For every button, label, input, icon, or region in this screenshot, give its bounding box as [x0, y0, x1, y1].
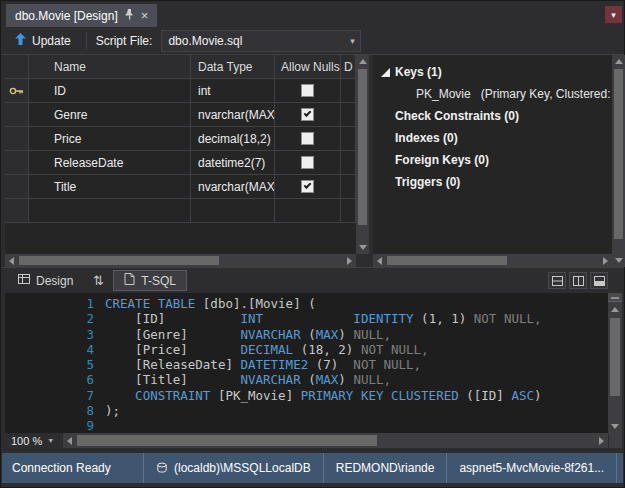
- tree-child-item[interactable]: PK_Movie (Primary Key, Clustered: I: [373, 83, 612, 105]
- allow-nulls-cell[interactable]: [275, 103, 341, 127]
- editor-split-handle[interactable]: [608, 293, 622, 302]
- scroll-down-button[interactable]: [356, 241, 369, 254]
- column-name-cell[interactable]: Title: [29, 175, 191, 199]
- scroll-up-button[interactable]: [356, 55, 369, 68]
- data-type-cell[interactable]: nvarchar(MAX): [191, 103, 275, 127]
- code-line[interactable]: 6 [Title] NVARCHAR (MAX) NULL,: [5, 372, 607, 387]
- scroll-right-button[interactable]: [599, 254, 612, 267]
- data-type-cell[interactable]: [191, 199, 275, 223]
- scrollbar-thumb[interactable]: [614, 69, 623, 239]
- pin-icon[interactable]: [125, 8, 134, 23]
- allow-nulls-checkbox[interactable]: [301, 180, 314, 193]
- swap-panes-icon[interactable]: ⇅: [87, 271, 109, 291]
- code-line[interactable]: 9: [5, 418, 607, 433]
- default-cell[interactable]: [341, 127, 356, 151]
- allow-nulls-cell[interactable]: [275, 79, 341, 103]
- database-icon: [156, 462, 168, 474]
- allow-nulls-cell[interactable]: [275, 151, 341, 175]
- default-cell[interactable]: [341, 175, 356, 199]
- document-tab[interactable]: dbo.Movie [Design] ×: [6, 4, 157, 27]
- tab-tsql[interactable]: T-SQL: [113, 270, 187, 291]
- default-cell[interactable]: [341, 199, 356, 223]
- row-selector[interactable]: [5, 79, 29, 103]
- column-name-cell[interactable]: Price: [29, 127, 191, 151]
- column-header-d[interactable]: D: [341, 55, 356, 79]
- allow-nulls-cell[interactable]: [275, 199, 341, 223]
- scroll-up-button[interactable]: [608, 303, 622, 316]
- column-header-data-type[interactable]: Data Type: [191, 55, 275, 79]
- row-selector[interactable]: [5, 127, 29, 151]
- data-type-cell[interactable]: decimal(18,2): [191, 127, 275, 151]
- scroll-right-button[interactable]: [595, 433, 608, 448]
- tree-item-keys[interactable]: Keys (1): [373, 61, 612, 83]
- scroll-down-button[interactable]: [612, 254, 625, 267]
- column-header-allow-nulls[interactable]: Allow Nulls: [275, 55, 341, 79]
- allow-nulls-checkbox[interactable]: [301, 108, 314, 121]
- zoom-select[interactable]: 100 % ▼: [5, 433, 63, 448]
- allow-nulls-cell[interactable]: [275, 175, 341, 199]
- code-line[interactable]: 5 [ReleaseDate] DATETIME2 (7) NOT NULL,: [5, 357, 607, 372]
- scrollbar-thumb[interactable]: [77, 435, 377, 446]
- code-line[interactable]: 8);: [5, 403, 607, 418]
- context-vertical-scrollbar[interactable]: [612, 55, 625, 267]
- scrollbar-thumb[interactable]: [387, 256, 507, 265]
- grid-corner-header[interactable]: [5, 55, 29, 79]
- code-line[interactable]: 3 [Genre] NVARCHAR (MAX) NULL,: [5, 327, 607, 342]
- expander-icon[interactable]: [381, 68, 390, 77]
- column-name-cell[interactable]: Genre: [29, 103, 191, 127]
- code-line[interactable]: 4 [Price] DECIMAL (18, 2) NOT NULL,: [5, 342, 607, 357]
- scroll-left-button[interactable]: [63, 433, 76, 448]
- default-cell[interactable]: [341, 103, 356, 127]
- grid-row: [5, 199, 356, 223]
- editor-horizontal-scrollbar[interactable]: [63, 433, 608, 448]
- tree-item-foreign-keys[interactable]: Foreign Keys (0): [373, 149, 612, 171]
- scroll-left-button[interactable]: [5, 254, 18, 267]
- tree-item-triggers[interactable]: Triggers (0): [373, 171, 612, 193]
- code-line[interactable]: 7 CONSTRAINT [PK_Movie] PRIMARY KEY CLUS…: [5, 388, 607, 403]
- data-type-cell[interactable]: datetime2(7): [191, 151, 275, 175]
- allow-nulls-checkbox[interactable]: [301, 84, 314, 97]
- scrollbar-thumb[interactable]: [610, 318, 620, 396]
- scroll-up-button[interactable]: [612, 55, 625, 68]
- tab-list-dropdown-button[interactable]: ▾: [605, 6, 622, 23]
- default-cell[interactable]: [341, 151, 356, 175]
- code-line[interactable]: 2 [ID] INT IDENTITY (1, 1) NOT NULL,: [5, 311, 607, 326]
- scroll-down-button[interactable]: [608, 420, 622, 433]
- data-type-cell[interactable]: nvarchar(MAX): [191, 175, 275, 199]
- update-button[interactable]: Update: [9, 30, 77, 51]
- script-file-combobox[interactable]: dbo.Movie.sql ▾: [161, 30, 361, 52]
- grid-vertical-scrollbar[interactable]: [356, 55, 369, 254]
- scroll-left-button[interactable]: [373, 254, 386, 267]
- tree-item-indexes[interactable]: Indexes (0): [373, 127, 612, 149]
- column-name-cell[interactable]: [29, 199, 191, 223]
- column-name-cell[interactable]: ReleaseDate: [29, 151, 191, 175]
- scroll-right-button[interactable]: [343, 254, 356, 267]
- scrollbar-thumb[interactable]: [358, 69, 367, 225]
- maximize-pane-button[interactable]: [590, 272, 608, 289]
- split-vertical-button[interactable]: [569, 272, 587, 289]
- code-line[interactable]: 1CREATE TABLE [dbo].[Movie] (: [5, 296, 607, 311]
- toolbar-separator: [86, 32, 87, 49]
- data-type-cell[interactable]: int: [191, 79, 275, 103]
- row-selector[interactable]: [5, 175, 29, 199]
- editor-vertical-scrollbar[interactable]: [608, 293, 622, 433]
- tsql-editor[interactable]: 1CREATE TABLE [dbo].[Movie] (2 [ID] INT …: [5, 293, 622, 433]
- allow-nulls-checkbox[interactable]: [301, 132, 314, 145]
- status-message: Connection Ready: [2, 461, 143, 475]
- tree-item-check-constraints[interactable]: Check Constraints (0): [373, 105, 612, 127]
- row-selector[interactable]: [5, 103, 29, 127]
- scrollbar-thumb[interactable]: [19, 256, 219, 265]
- close-icon[interactable]: ×: [141, 9, 149, 22]
- row-selector[interactable]: [5, 151, 29, 175]
- allow-nulls-cell[interactable]: [275, 127, 341, 151]
- default-cell[interactable]: [341, 79, 356, 103]
- split-horizontal-button[interactable]: [548, 272, 566, 289]
- grid-horizontal-scrollbar[interactable]: [5, 254, 356, 267]
- row-selector[interactable]: [5, 199, 29, 223]
- allow-nulls-checkbox[interactable]: [301, 156, 314, 169]
- chevron-down-icon: ▾: [344, 36, 360, 46]
- context-horizontal-scrollbar[interactable]: [373, 254, 612, 267]
- tab-design[interactable]: Design: [8, 270, 83, 291]
- column-name-cell[interactable]: ID: [29, 79, 191, 103]
- column-header-name[interactable]: Name: [29, 55, 191, 79]
